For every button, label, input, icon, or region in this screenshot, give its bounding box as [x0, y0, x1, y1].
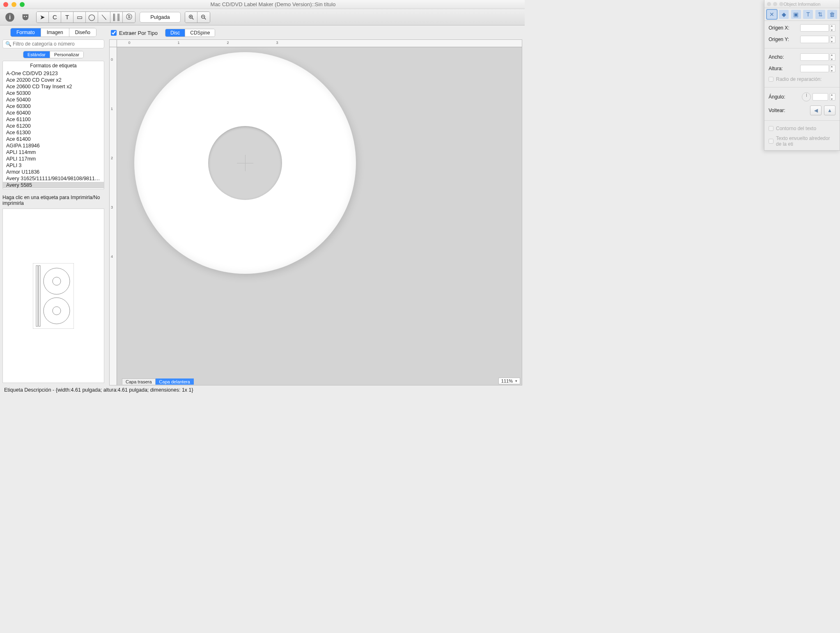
center-cross-icon	[237, 155, 253, 171]
ruler-tick: 1	[177, 41, 179, 45]
maximize-icon[interactable]	[20, 2, 25, 7]
zoom-out-icon[interactable]	[197, 12, 210, 23]
window-controls	[3, 2, 25, 7]
extract-checkbox-input[interactable]	[111, 30, 117, 36]
list-item[interactable]: Avery 31625/11111/98104/98108/98110 STC	[3, 175, 104, 182]
ruler-tick: 3	[276, 41, 278, 45]
svg-line-9	[204, 18, 206, 19]
ruler-tick: 0	[128, 41, 130, 45]
list-item[interactable]: Ace 20600 CD Tray Insert x2	[3, 83, 104, 90]
arc-tool[interactable]: C	[49, 12, 61, 23]
format-list[interactable]: A-One CD/DVD 29123Ace 20200 CD Cover x2A…	[3, 70, 104, 189]
list-item[interactable]: Ace 61200	[3, 123, 104, 129]
list-item[interactable]: APLI 3	[3, 162, 104, 169]
sidebar-subtabs: Estándar Personalizar	[23, 51, 84, 58]
list-item[interactable]: APLI 114mm	[3, 149, 104, 156]
list-item[interactable]: Ace 61300	[3, 129, 104, 136]
tab-cdspine[interactable]: CDSpine	[185, 29, 215, 37]
list-item[interactable]: APLI 117mm	[3, 156, 104, 162]
barcode-tool[interactable]: ║║	[110, 12, 123, 23]
layer-front[interactable]: Capa delantera	[156, 378, 194, 385]
canvas-top-bar: Extraer Por Tipo Disc CDSpine	[109, 28, 522, 39]
list-item[interactable]: Ace 60400	[3, 110, 104, 116]
svg-point-2	[24, 16, 25, 17]
list-item[interactable]: Ace 61100	[3, 116, 104, 123]
ruler-tick: 0	[111, 57, 113, 62]
tab-diseno[interactable]: Diseño	[69, 28, 96, 37]
tab-formato[interactable]: Formato	[11, 28, 41, 37]
extract-by-type-checkbox[interactable]: Extraer Por Tipo	[111, 30, 158, 36]
extract-label: Extraer Por Tipo	[119, 30, 158, 36]
preview-hint: Haga clic en una etiqueta para Imprimirl…	[2, 192, 104, 206]
search-input[interactable]: 🔍	[2, 39, 104, 48]
svg-point-3	[26, 16, 27, 17]
format-list-title: Formatos de etiqueta	[3, 61, 104, 70]
ruler-horizontal: 0123	[117, 40, 522, 47]
ruler-tick: 2	[227, 41, 229, 45]
svg-text:i: i	[9, 14, 11, 21]
info-icon[interactable]: i	[3, 11, 16, 24]
close-icon[interactable]	[3, 2, 8, 7]
list-item[interactable]: Ace 60300	[3, 103, 104, 110]
svg-rect-11	[33, 263, 74, 329]
ruler-tick: 2	[111, 156, 113, 160]
toolbar: i ➤ C T ▭ ◯ ＼ ║║ ⓢ Pulgada	[0, 9, 525, 25]
list-item[interactable]: Ace 50400	[3, 96, 104, 103]
subtab-estandar[interactable]: Estándar	[23, 51, 50, 58]
list-item[interactable]: Avery 5691L	[3, 188, 104, 189]
canvas-type-tabs: Disc CDSpine	[165, 29, 215, 37]
list-item[interactable]: A-One CD/DVD 29123	[3, 70, 104, 77]
template-preview[interactable]	[2, 209, 104, 383]
ruler-tick: 3	[111, 205, 113, 209]
mask-icon[interactable]	[19, 11, 32, 24]
list-item[interactable]: Armor U11836	[3, 169, 104, 175]
zoom-dropdown[interactable]: 111%	[498, 378, 520, 384]
pointer-tool[interactable]: ➤	[37, 12, 49, 23]
ruler-tick: 1	[111, 107, 113, 111]
zoom-group	[185, 11, 210, 23]
subtab-personalizar[interactable]: Personalizar	[50, 51, 83, 58]
list-item[interactable]: Ace 50300	[3, 90, 104, 96]
line-tool[interactable]: ＼	[98, 12, 110, 23]
canvas-frame[interactable]: 0123 01234 Capa trasera Capa delantera 1…	[109, 39, 522, 385]
text-tool[interactable]: T	[61, 12, 73, 23]
rect-tool[interactable]: ▭	[73, 12, 86, 23]
format-list-panel: Formatos de etiqueta A-One CD/DVD 29123A…	[2, 61, 104, 190]
ruler-vertical: 01234	[110, 47, 117, 385]
list-item[interactable]: Ace 20200 CD Cover x2	[3, 77, 104, 83]
tab-imagen[interactable]: Imagen	[41, 28, 69, 37]
layer-back[interactable]: Capa trasera	[122, 378, 156, 385]
list-item[interactable]: AGIPA 118946	[3, 142, 104, 149]
sidebar-tabs: Formato Imagen Diseño	[10, 28, 96, 37]
svg-line-5	[192, 18, 193, 19]
search-field[interactable]	[3, 40, 104, 48]
unit-button[interactable]: Pulgada	[140, 12, 181, 23]
minimize-icon[interactable]	[11, 2, 16, 7]
ruler-tick: 4	[111, 255, 113, 259]
window-title: Mac CD/DVD Label Maker (Demo Version)::S…	[25, 1, 521, 7]
disc-shape[interactable]	[134, 52, 356, 274]
sidebar: Formato Imagen Diseño 🔍 Estándar Persona…	[0, 25, 107, 385]
ellipse-tool[interactable]: ◯	[86, 12, 98, 23]
layer-tabs: Capa trasera Capa delantera	[122, 378, 194, 385]
ruler-corner	[110, 40, 117, 47]
search-icon: 🔍	[5, 41, 11, 47]
list-item[interactable]: Avery 5585	[3, 182, 104, 188]
titlebar: Mac CD/DVD Label Maker (Demo Version)::S…	[0, 0, 525, 9]
template-preview-icon	[33, 263, 74, 329]
zoom-in-icon[interactable]	[185, 12, 197, 23]
main: Formato Imagen Diseño 🔍 Estándar Persona…	[0, 25, 525, 385]
zoom-value: 111%	[501, 378, 513, 383]
canvas-area: Extraer Por Tipo Disc CDSpine 0123 01234…	[107, 25, 525, 385]
tool-group: ➤ C T ▭ ◯ ＼ ║║ ⓢ	[36, 11, 135, 23]
statusbar: Etiqueta Descripción - {width:4.61 pulga…	[0, 385, 525, 395]
list-item[interactable]: Ace 61400	[3, 136, 104, 142]
stamp-tool[interactable]: ⓢ	[123, 12, 135, 23]
disc-hole	[208, 126, 282, 200]
tab-disc[interactable]: Disc	[165, 29, 185, 37]
